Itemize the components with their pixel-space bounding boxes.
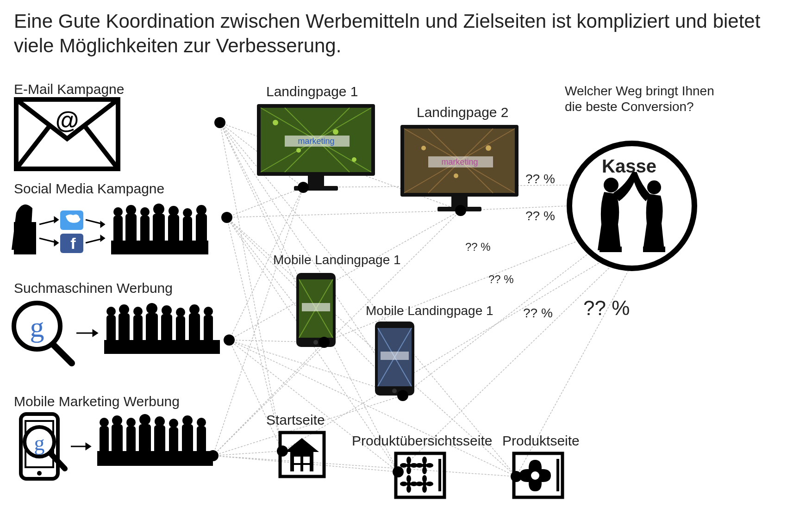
svg-point-150 bbox=[406, 457, 411, 464]
svg-point-83 bbox=[189, 304, 200, 315]
svg-rect-111 bbox=[197, 426, 206, 454]
svg-rect-175 bbox=[600, 247, 622, 252]
svg-marker-141 bbox=[285, 438, 319, 452]
svg-point-165 bbox=[422, 475, 427, 483]
label-kasse: Kasse bbox=[602, 155, 656, 177]
svg-line-27 bbox=[213, 456, 516, 476]
svg-point-185 bbox=[277, 445, 288, 457]
svg-point-158 bbox=[426, 463, 433, 468]
label-lp2: Landingpage 2 bbox=[417, 104, 509, 121]
svg-point-100 bbox=[126, 418, 136, 427]
product-overview-icon bbox=[396, 453, 444, 497]
label-overview: Produktübersichtsseite bbox=[352, 433, 493, 449]
svg-text:@: @ bbox=[56, 106, 79, 133]
label-start: Startseite bbox=[266, 412, 325, 428]
conv-mlp2: ?? % bbox=[488, 273, 514, 286]
svg-point-152 bbox=[400, 463, 407, 468]
svg-point-96 bbox=[100, 418, 109, 427]
svg-rect-39 bbox=[14, 222, 36, 254]
svg-point-179 bbox=[224, 334, 235, 346]
conv-mlp1: ?? % bbox=[465, 241, 491, 254]
svg-line-19 bbox=[229, 340, 398, 472]
svg-point-104 bbox=[155, 416, 165, 427]
svg-rect-72 bbox=[106, 315, 116, 343]
svg-rect-97 bbox=[100, 426, 109, 454]
svg-marker-41 bbox=[55, 217, 58, 222]
svg-rect-87 bbox=[104, 340, 220, 354]
svg-rect-143 bbox=[294, 457, 300, 463]
svg-point-181 bbox=[298, 182, 309, 193]
svg-point-75 bbox=[133, 307, 143, 316]
svg-point-55 bbox=[140, 207, 150, 217]
label-email: E-Mail Kampagne bbox=[14, 81, 124, 98]
conv-lp2: ?? % bbox=[525, 208, 555, 224]
conv-lp1: ?? % bbox=[525, 171, 555, 187]
svg-point-156 bbox=[422, 467, 427, 474]
svg-line-25 bbox=[213, 451, 282, 456]
svg-point-127 bbox=[486, 145, 491, 151]
svg-point-117 bbox=[333, 129, 338, 135]
svg-point-125 bbox=[421, 146, 426, 150]
svg-rect-176 bbox=[643, 247, 665, 252]
svg-point-157 bbox=[416, 463, 423, 468]
svg-rect-82 bbox=[176, 316, 185, 343]
svg-rect-112 bbox=[97, 451, 213, 466]
svg-rect-62 bbox=[183, 217, 192, 243]
svg-text:marketing: marketing bbox=[298, 136, 334, 146]
svg-rect-144 bbox=[303, 457, 310, 463]
mobile-lp1-icon bbox=[296, 273, 336, 347]
svg-point-167 bbox=[416, 482, 423, 486]
svg-point-184 bbox=[397, 390, 408, 401]
svg-point-173 bbox=[604, 178, 618, 192]
svg-rect-76 bbox=[133, 315, 143, 344]
svg-point-51 bbox=[113, 207, 123, 217]
svg-marker-70 bbox=[93, 330, 97, 336]
search-engine-icon: g bbox=[14, 303, 220, 363]
label-search: Suchmaschinen Werbung bbox=[14, 280, 173, 297]
svg-marker-95 bbox=[86, 444, 90, 449]
svg-rect-65 bbox=[111, 241, 208, 254]
svg-line-18 bbox=[229, 340, 282, 451]
svg-line-36 bbox=[16, 127, 49, 169]
svg-point-171 bbox=[531, 471, 539, 480]
svg-point-186 bbox=[393, 466, 404, 477]
email-icon: @ bbox=[16, 99, 118, 169]
label-mlp2: Mobile Landingpage 1 bbox=[366, 303, 493, 319]
svg-rect-56 bbox=[140, 216, 150, 244]
label-product: Produktseite bbox=[502, 433, 580, 449]
svg-rect-86 bbox=[204, 315, 213, 343]
monitor-lp1-icon: marketing bbox=[257, 104, 375, 191]
svg-rect-134 bbox=[302, 303, 330, 311]
label-social: Social Media Kampagne bbox=[14, 180, 164, 197]
svg-rect-170 bbox=[556, 459, 559, 491]
monitor-lp2-icon: marketing bbox=[400, 125, 518, 211]
svg-point-108 bbox=[182, 415, 193, 426]
svg-rect-121 bbox=[308, 176, 324, 186]
svg-rect-138 bbox=[381, 352, 409, 360]
svg-line-37 bbox=[86, 127, 118, 169]
svg-point-180 bbox=[207, 450, 219, 461]
svg-text:f: f bbox=[70, 235, 76, 252]
svg-point-151 bbox=[406, 467, 411, 474]
svg-point-161 bbox=[406, 485, 411, 493]
svg-point-174 bbox=[647, 180, 661, 194]
svg-point-73 bbox=[119, 304, 129, 315]
svg-point-135 bbox=[313, 340, 318, 345]
svg-rect-52 bbox=[113, 216, 123, 243]
svg-point-79 bbox=[162, 305, 172, 315]
svg-rect-148 bbox=[438, 459, 441, 491]
svg-point-155 bbox=[422, 457, 427, 464]
svg-line-7 bbox=[227, 187, 303, 217]
svg-point-77 bbox=[146, 303, 157, 314]
svg-point-166 bbox=[422, 485, 427, 493]
label-mobile-marketing: Mobile Marketing Werbung bbox=[14, 393, 180, 410]
svg-line-23 bbox=[213, 342, 324, 456]
conv-overall: ?? % bbox=[583, 296, 630, 321]
mobile-lp2-icon bbox=[375, 322, 414, 396]
label-mlp1: Mobile Landingpage 1 bbox=[273, 252, 401, 268]
mobile-marketing-icon: g bbox=[21, 414, 213, 479]
svg-point-90 bbox=[37, 471, 42, 476]
svg-point-177 bbox=[214, 117, 225, 128]
social-media-icon: f bbox=[12, 204, 208, 254]
svg-point-85 bbox=[204, 307, 213, 316]
